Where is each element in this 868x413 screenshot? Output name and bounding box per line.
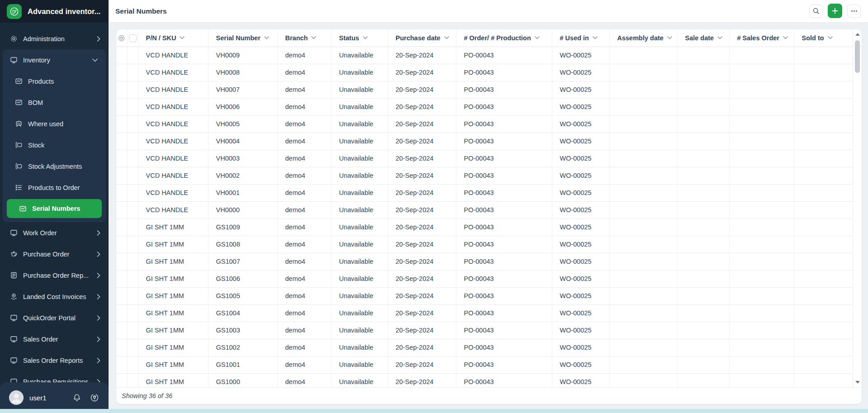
table-row[interactable]: GI SHT 1MMGS1007demo4Unavailable20-Sep-2… <box>116 253 853 270</box>
sidebar-item-administration[interactable]: Administration <box>0 28 109 49</box>
sidebar-item-products[interactable]: Products <box>3 71 106 92</box>
row-eye-cell <box>116 47 127 64</box>
sidebar-item-bom[interactable]: BOM <box>3 92 106 113</box>
table-cell: 20-Sep-2024 <box>388 218 456 236</box>
table-row[interactable]: VCD HANDLEVH0000demo4Unavailable20-Sep-2… <box>116 201 853 218</box>
sidebar-item-purchase-order[interactable]: Purchase Order <box>0 243 109 265</box>
sidebar-item-landed-cost-invoices[interactable]: Landed Cost Invoices <box>0 286 109 307</box>
table-cell: Unavailable <box>331 150 388 167</box>
sidebar-item-label: Landed Cost Invoices <box>23 293 91 300</box>
table-cell <box>609 304 677 322</box>
column-header[interactable]: Sale date <box>677 29 729 47</box>
table-row[interactable]: VCD HANDLEVH0001demo4Unavailable20-Sep-2… <box>116 184 853 201</box>
vertical-scrollbar[interactable] <box>853 29 862 387</box>
add-button[interactable] <box>828 4 842 18</box>
plug-icon[interactable] <box>90 393 99 402</box>
sidebar-item-label: Products <box>28 78 98 85</box>
table-row[interactable]: VCD HANDLEVH0004demo4Unavailable20-Sep-2… <box>116 133 853 150</box>
sidebar-nav: AdministrationInventoryProductsBOMWhere … <box>0 28 109 392</box>
table-row[interactable]: GI SHT 1MMGS1003demo4Unavailable20-Sep-2… <box>116 322 853 339</box>
table-row[interactable]: VCD HANDLEVH0007demo4Unavailable20-Sep-2… <box>116 81 853 98</box>
table-cell: PO-00043 <box>456 322 552 339</box>
table-footer: Showing 36 of 36 <box>116 387 862 404</box>
table-cell: GI SHT 1MM <box>138 322 208 339</box>
user-panel[interactable]: user1 <box>0 382 109 413</box>
column-header[interactable]: Status <box>331 29 388 47</box>
table-row[interactable]: VCD HANDLEVH0008demo4Unavailable20-Sep-2… <box>116 64 853 81</box>
sidebar-item-label: Work Order <box>23 229 91 237</box>
column-header[interactable]: Purchase date <box>388 29 456 47</box>
table-cell: GS1009 <box>208 218 277 236</box>
column-header[interactable]: # Used in <box>552 29 609 47</box>
table-cell <box>677 81 729 98</box>
table-cell: PO-00043 <box>456 236 552 253</box>
table-cell <box>729 253 794 270</box>
table-cell: Unavailable <box>331 201 388 218</box>
scroll-down-arrow-icon[interactable] <box>855 381 860 384</box>
sort-chevron-icon <box>783 36 788 39</box>
table-row[interactable]: GI SHT 1MMGS1005demo4Unavailable20-Sep-2… <box>116 287 853 304</box>
table-cell: VH0002 <box>208 167 277 184</box>
column-header[interactable]: Branch <box>277 29 331 47</box>
table-cell <box>794 236 853 253</box>
table-row[interactable]: VCD HANDLEVH0005demo4Unavailable20-Sep-2… <box>116 115 853 133</box>
table-row[interactable]: GI SHT 1MMGS1008demo4Unavailable20-Sep-2… <box>116 236 853 253</box>
sidebar-item-label: Where used <box>28 120 98 128</box>
table-row[interactable]: VCD HANDLEVH0002demo4Unavailable20-Sep-2… <box>116 167 853 184</box>
sidebar-item-label: Sales Order <box>23 336 91 343</box>
column-header[interactable]: Assembly date <box>609 29 677 47</box>
sidebar-item-stock[interactable]: Stock <box>3 134 106 156</box>
table-cell: VH0001 <box>208 184 277 201</box>
sidebar-item-stock-adjustments[interactable]: Stock Adjustments <box>3 156 106 177</box>
table-row[interactable]: GI SHT 1MMGS1001demo4Unavailable20-Sep-2… <box>116 356 853 373</box>
more-button[interactable] <box>847 5 861 18</box>
column-header[interactable]: Sold to <box>794 29 853 47</box>
table-cell <box>609 356 677 373</box>
scrollbar-thumb[interactable] <box>855 40 860 73</box>
search-icon <box>812 7 820 15</box>
sidebar-item-work-order[interactable]: Work Order <box>0 222 109 243</box>
column-header-label: Assembly date <box>617 34 664 42</box>
table-row[interactable]: VCD HANDLEVH0009demo4Unavailable20-Sep-2… <box>116 47 853 64</box>
table-cell: GS1007 <box>208 253 277 270</box>
row-checkbox-cell <box>127 184 138 201</box>
column-header[interactable]: # Sales Order <box>729 29 794 47</box>
table-cell: PO-00043 <box>456 150 552 167</box>
table-row[interactable]: GI SHT 1MMGS1006demo4Unavailable20-Sep-2… <box>116 270 853 287</box>
sidebar-item-sales-order[interactable]: Sales Order <box>0 328 109 350</box>
column-header[interactable]: P/N / SKU <box>138 29 208 47</box>
horizontal-scrollbar[interactable] <box>0 409 868 413</box>
sidebar-item-label: Purchase Order <box>23 251 91 258</box>
table-row[interactable]: GI SHT 1MMGS1009demo4Unavailable20-Sep-2… <box>116 218 853 236</box>
chart-frame-icon <box>15 99 23 106</box>
column-header[interactable]: # Order/ # Production <box>456 29 552 47</box>
table-row[interactable]: VCD HANDLEVH0006demo4Unavailable20-Sep-2… <box>116 98 853 115</box>
sidebar-item-sales-order-reports[interactable]: Sales Order Reports <box>0 350 109 371</box>
sidebar-item-quickorder-portal[interactable]: QuickOrder Portal <box>0 307 109 328</box>
sidebar-item-where-used[interactable]: Where used <box>3 113 106 134</box>
table-row[interactable]: VCD HANDLEVH0003demo4Unavailable20-Sep-2… <box>116 150 853 167</box>
table-cell: Unavailable <box>331 339 388 356</box>
row-checkbox-cell <box>127 167 138 184</box>
easel-icon <box>15 120 23 128</box>
column-visibility-header[interactable] <box>116 29 127 47</box>
sidebar-item-purchase-order-reports[interactable]: Purchase Order Rep... <box>0 265 109 286</box>
select-all-header[interactable] <box>127 29 138 47</box>
table-cell: WO-00025 <box>552 47 609 64</box>
table-row[interactable]: GI SHT 1MMGS1004demo4Unavailable20-Sep-2… <box>116 304 853 322</box>
table-row[interactable]: GI SHT 1MMGS1002demo4Unavailable20-Sep-2… <box>116 339 853 356</box>
sidebar-item-inventory[interactable]: Inventory <box>3 49 106 71</box>
column-header[interactable]: Serial Number <box>208 29 277 47</box>
scroll-up-arrow-icon[interactable] <box>855 33 860 36</box>
sidebar-item-products-to-order[interactable]: Products to Order <box>3 177 106 198</box>
select-all-checkbox[interactable] <box>129 34 137 42</box>
table-cell <box>609 322 677 339</box>
table-row[interactable]: GI SHT 1MMGS1000demo4Unavailable20-Sep-2… <box>116 373 853 387</box>
bell-icon[interactable] <box>72 393 81 402</box>
search-button[interactable] <box>809 5 823 18</box>
sort-chevron-icon <box>828 36 833 39</box>
table-cell: demo4 <box>277 115 331 133</box>
table-cell: VH0007 <box>208 81 277 98</box>
table-cell: Unavailable <box>331 167 388 184</box>
sidebar-item-serial-numbers[interactable]: Serial Numbers <box>7 199 102 218</box>
